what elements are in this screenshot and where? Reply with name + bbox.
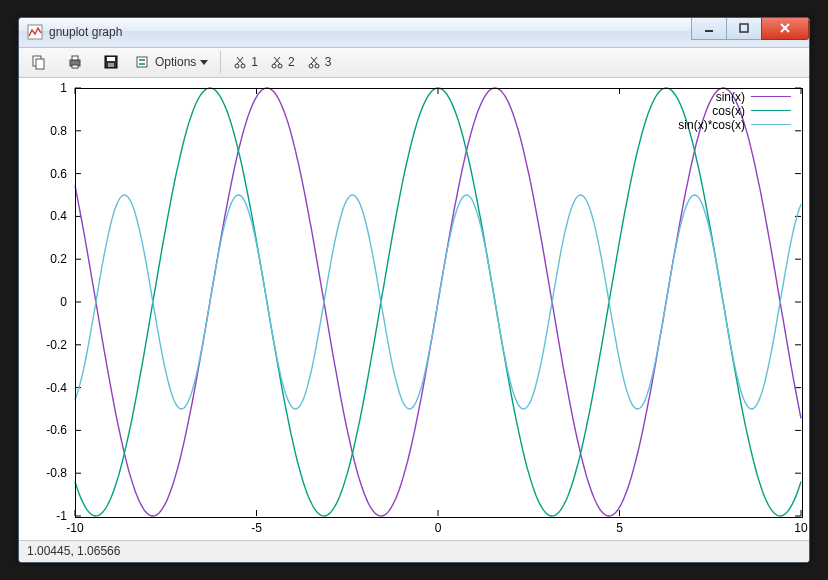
app-icon bbox=[27, 24, 43, 40]
window-title: gnuplot graph bbox=[49, 25, 691, 39]
svg-text:-0.4: -0.4 bbox=[46, 380, 67, 394]
close-button[interactable] bbox=[761, 17, 809, 40]
cut-3-button[interactable]: 3 bbox=[303, 49, 336, 75]
svg-rect-15 bbox=[139, 63, 145, 65]
svg-rect-14 bbox=[139, 59, 145, 61]
svg-text:-0.6: -0.6 bbox=[46, 423, 67, 437]
status-bar: 1.00445, 1.06566 bbox=[19, 540, 809, 562]
svg-rect-6 bbox=[36, 59, 44, 69]
svg-text:10: 10 bbox=[794, 521, 808, 535]
legend-item: cos(x) bbox=[678, 104, 791, 118]
legend-swatch bbox=[751, 96, 791, 97]
title-bar[interactable]: gnuplot graph bbox=[19, 18, 809, 48]
svg-text:0.4: 0.4 bbox=[50, 209, 67, 223]
minimize-button[interactable] bbox=[691, 17, 727, 40]
svg-rect-13 bbox=[137, 57, 147, 67]
plot-area[interactable]: -10-50510-1-0.8-0.6-0.4-0.200.20.40.60.8… bbox=[19, 78, 809, 540]
legend-label: cos(x) bbox=[712, 104, 745, 118]
svg-text:1: 1 bbox=[60, 81, 67, 95]
toolbar-separator bbox=[220, 51, 221, 73]
cut-1-button[interactable]: 1 bbox=[229, 49, 262, 75]
svg-text:0.6: 0.6 bbox=[50, 166, 67, 180]
svg-point-26 bbox=[315, 64, 319, 68]
legend-swatch bbox=[751, 110, 791, 111]
copy-button[interactable] bbox=[23, 49, 55, 75]
svg-point-17 bbox=[235, 64, 239, 68]
svg-text:0.8: 0.8 bbox=[50, 124, 67, 138]
svg-text:-0.8: -0.8 bbox=[46, 466, 67, 480]
options-label: Options bbox=[155, 55, 196, 69]
svg-point-25 bbox=[309, 64, 313, 68]
svg-rect-8 bbox=[72, 56, 78, 60]
cursor-coords: 1.00445, 1.06566 bbox=[27, 544, 120, 558]
options-button[interactable]: Options bbox=[131, 49, 212, 75]
legend-swatch bbox=[751, 124, 791, 125]
legend-item: sin(x) bbox=[678, 90, 791, 104]
svg-rect-2 bbox=[740, 24, 748, 32]
plot-box[interactable] bbox=[75, 88, 803, 518]
svg-text:-0.2: -0.2 bbox=[46, 338, 67, 352]
cut-2-button[interactable]: 2 bbox=[266, 49, 299, 75]
svg-text:0: 0 bbox=[435, 521, 442, 535]
legend-label: sin(x) bbox=[716, 90, 745, 104]
svg-text:-1: -1 bbox=[56, 509, 67, 523]
svg-point-22 bbox=[278, 64, 282, 68]
svg-point-21 bbox=[272, 64, 276, 68]
app-window: gnuplot graph bbox=[18, 17, 810, 563]
chevron-down-icon bbox=[200, 58, 208, 66]
legend-label: sin(x)*cos(x) bbox=[678, 118, 745, 132]
svg-text:5: 5 bbox=[616, 521, 623, 535]
svg-rect-12 bbox=[108, 63, 114, 67]
svg-text:0: 0 bbox=[60, 295, 67, 309]
maximize-button[interactable] bbox=[726, 17, 762, 40]
toolbar: Options 1 2 3 bbox=[19, 48, 809, 78]
svg-rect-9 bbox=[72, 65, 78, 68]
svg-text:-10: -10 bbox=[66, 521, 84, 535]
svg-point-18 bbox=[241, 64, 245, 68]
legend: sin(x)cos(x)sin(x)*cos(x) bbox=[678, 90, 791, 132]
print-button[interactable] bbox=[59, 49, 91, 75]
legend-item: sin(x)*cos(x) bbox=[678, 118, 791, 132]
svg-text:0.2: 0.2 bbox=[50, 252, 67, 266]
svg-rect-11 bbox=[107, 57, 115, 61]
save-button[interactable] bbox=[95, 49, 127, 75]
svg-marker-16 bbox=[200, 60, 208, 65]
svg-text:-5: -5 bbox=[251, 521, 262, 535]
